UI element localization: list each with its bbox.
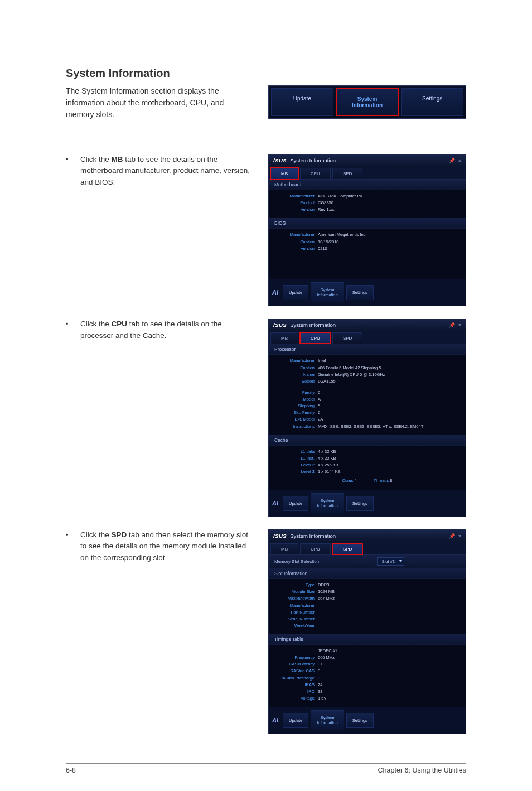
value [318,603,460,609]
asus-logo: /SUS [273,322,287,328]
mb-window: /SUS System Information 📌 × MB CPU SPD M… [268,154,466,306]
tab-mb[interactable]: MB [270,332,298,344]
label: Instructions [274,424,315,430]
label: L1 data [274,449,315,455]
nav-update-button[interactable]: Update [271,88,333,116]
pin-icon[interactable]: 📌 [449,158,455,163]
label: Socket [274,379,315,384]
label: Level 3 [274,469,315,475]
footer-sysinfo-button[interactable]: SystemInformation [311,282,344,302]
value: 24 [318,682,460,688]
label: tRC [274,689,315,694]
nav-system-information-button[interactable]: System Information [336,88,399,116]
intro-paragraph: The System Information section displays … [66,85,246,120]
cpu-bullet-text: Click the CPU tab to see the details on … [80,319,252,341]
footer-update-button[interactable]: Update [283,496,308,511]
value [318,610,460,615]
close-icon[interactable]: × [458,158,461,163]
label: Maxbandwidth [274,596,315,601]
value: 2A [318,417,460,422]
value: MMX, SSE, SSE2, SSE3, SSSE3, VT-x, SSE4.… [318,424,460,430]
label: Serial Number [274,616,315,622]
value: 0210 [318,246,460,252]
value: 9 [318,676,460,681]
label: RAS#to CAS [274,668,315,674]
footer-update-button[interactable]: Update [283,285,308,300]
threads-label: Threads [374,478,389,483]
tab-mb[interactable]: MB [270,168,298,179]
pin-icon[interactable]: 📌 [449,322,455,328]
value: 9 [318,668,460,674]
footer-sysinfo-button[interactable]: SystemInformation [311,710,344,730]
label: Family [274,390,315,396]
bullet-icon: • [66,529,69,563]
label: Ext. Model [274,417,315,422]
value: DDR3 [318,582,460,588]
cores-label: Cores [342,478,353,483]
close-icon[interactable]: × [458,322,461,328]
tab-cpu[interactable]: CPU [300,543,331,554]
footer-settings-button[interactable]: Settings [346,496,374,511]
window-title: System Information [290,533,336,539]
value: LGA1155 [318,379,460,384]
label [274,648,315,654]
bullet-icon: • [66,319,69,341]
value: A [318,397,460,402]
label: Voltage [274,696,315,701]
section-processor: Processor [269,344,466,355]
section-timings: Timings Table [269,634,466,645]
label: Manufacturer [274,232,315,238]
pin-icon[interactable]: 📌 [449,533,455,539]
label-line2: Information [352,102,383,108]
label: Ext. Family [274,410,315,416]
label: Caption [274,365,315,371]
value: ASUSTeK Computer INC. [318,194,460,199]
value: 33 [318,689,460,694]
value: 1024 MB [318,589,460,595]
asus-logo: /SUS [273,157,287,163]
close-icon[interactable]: × [458,533,461,539]
footer-update-button[interactable]: Update [283,713,308,728]
footer-settings-button[interactable]: Settings [346,285,374,300]
spd-window: /SUS System Information 📌 × MB CPU SPD M… [268,529,466,734]
value: 10/19/2010 [318,239,460,245]
slot-dropdown[interactable]: Slot #3 ▾ [377,557,404,566]
label: Manufacturer [274,358,315,364]
nav-settings-button[interactable]: Settings [401,88,463,116]
label: Part Number [274,610,315,615]
tab-cpu[interactable]: CPU [300,168,331,179]
section-motherboard: Motherboard [269,180,466,190]
label: CAS#Latency [274,662,315,667]
spd-bullet-text: Click the SPD tab and then select the me… [80,529,252,563]
value: Rev 1.xx [318,207,460,213]
ai-logo-icon: AI [272,289,278,296]
tab-cpu[interactable]: CPU [300,332,331,344]
label-line1: System [357,96,378,102]
label: Manufacturer [274,603,315,609]
label: tRAS [274,682,315,688]
tab-spd[interactable]: SPD [332,332,362,344]
ai-logo-icon: AI [272,717,278,724]
footer-sysinfo-button[interactable]: SystemInformation [311,493,344,513]
tab-spd[interactable]: SPD [332,543,362,554]
tab-spd[interactable]: SPD [332,168,362,179]
value: 6 [318,390,460,396]
value: 666 MHz [318,655,460,660]
chevron-down-icon: ▾ [399,558,402,563]
label: Caption [274,239,315,245]
value: 1.5V [318,696,460,701]
value: 667 MHz [318,596,460,601]
value [318,616,460,622]
label: Level 2 [274,462,315,468]
section-slot-info: Slot Information [269,568,466,579]
footer-settings-button[interactable]: Settings [346,713,374,728]
value: 6 [318,410,460,416]
value: Intel [318,358,460,364]
label: L1 Inst. [274,456,315,461]
tab-mb[interactable]: MB [270,543,298,554]
value: 1 x 6144 KB [318,469,460,475]
value: JEDEC #1 [318,648,460,654]
label: Version [274,246,315,252]
label: Manufacturer [274,194,315,199]
window-title: System Information [290,322,336,328]
